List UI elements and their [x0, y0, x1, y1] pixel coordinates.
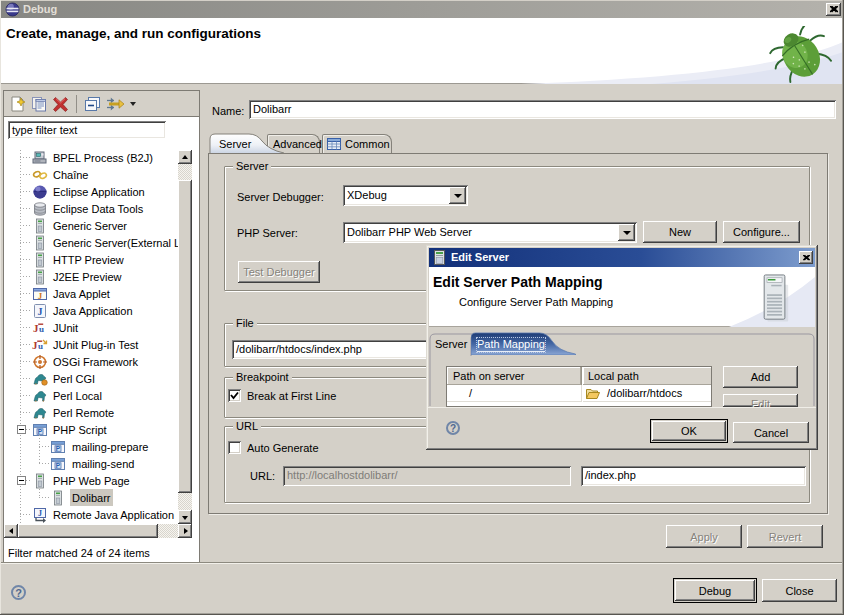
svg-text:J: J — [38, 306, 43, 317]
svg-text:J: J — [38, 509, 42, 518]
svg-text:u: u — [39, 324, 44, 334]
svg-text:u: u — [38, 341, 43, 351]
svg-text:P: P — [56, 461, 61, 468]
svg-text:P: P — [38, 427, 43, 434]
svg-text:J: J — [38, 290, 43, 300]
svg-text:P: P — [56, 444, 61, 451]
